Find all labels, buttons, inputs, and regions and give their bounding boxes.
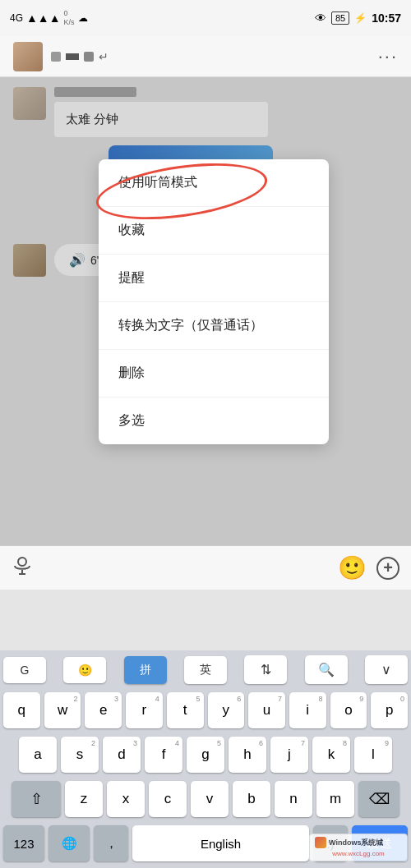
kb-key-n[interactable]: n (275, 781, 312, 817)
context-menu-item-multiselect[interactable]: 多选 (99, 397, 329, 444)
kb-key-p[interactable]: p0 (371, 692, 408, 728)
kb-key-t[interactable]: t5 (167, 692, 204, 728)
context-menu-item-convert[interactable]: 转换为文字（仅普通话） (99, 302, 329, 350)
emoji-button[interactable]: 🙂 (338, 554, 367, 581)
add-button[interactable]: + (376, 557, 399, 580)
time-display: 10:57 (372, 11, 401, 25)
keyboard-rows: q w2 e3 r4 t5 y6 u7 i8 o9 p0 a s2 d3 f4 … (0, 689, 411, 817)
battery-text: 85 (331, 11, 349, 25)
name-bar (66, 53, 79, 60)
kb-key-o[interactable]: o9 (330, 692, 367, 728)
status-left: 4G ▲▲▲ 0K/s ☁ (10, 9, 88, 27)
kb-globe-key[interactable]: 🌐 (48, 825, 90, 861)
kb-number-key[interactable]: 123 (3, 825, 44, 861)
kb-key-m[interactable]: m (316, 781, 354, 817)
extra-icon: ☁ (78, 12, 88, 24)
kb-key-k[interactable]: k8 (312, 737, 350, 773)
watermark: Windows系统城 www.wxcLgg.com (309, 834, 408, 861)
kb-key-c[interactable]: c (149, 781, 187, 817)
kb-key-l[interactable]: l9 (354, 737, 392, 773)
kb-key-english[interactable]: 英 (184, 656, 227, 684)
kb-shift-key[interactable]: ⇧ (12, 781, 61, 817)
voice-input-button[interactable] (12, 554, 33, 581)
kb-key-pinyin[interactable]: 拼 (124, 656, 167, 684)
svg-point-0 (18, 558, 26, 566)
avatar-small-2 (84, 52, 94, 62)
eye-icon: 👁 (315, 11, 326, 25)
contact-info: ↵ (51, 50, 109, 63)
kb-key-search[interactable]: 🔍 (305, 655, 348, 684)
header-left: ↵ (13, 42, 109, 71)
send-icon: ↵ (99, 50, 109, 63)
kb-key-q[interactable]: q (3, 692, 40, 728)
contact-avatar (13, 42, 43, 71)
kb-key-y[interactable]: y6 (208, 692, 245, 728)
charging-icon: ⚡ (354, 12, 367, 24)
kb-key-g[interactable]: g5 (187, 737, 224, 773)
keyboard-row-1: q w2 e3 r4 t5 y6 u7 i8 o9 p0 (3, 692, 408, 728)
kb-key-z[interactable]: z (65, 781, 103, 817)
chat-header: ↵ ··· (0, 36, 411, 77)
kb-key-f[interactable]: f4 (145, 737, 182, 773)
keyboard-top-row: G 🙂 拼 英 ⇅ 🔍 ∨ (0, 650, 411, 689)
plus-icon: + (383, 558, 393, 577)
kb-key-r[interactable]: r4 (126, 692, 163, 728)
kb-key-e[interactable]: e3 (85, 692, 122, 728)
context-menu-item-remind[interactable]: 提醒 (99, 255, 329, 302)
chat-area: 太难 分钟 📋 ↗ 小程序 🔊 6" (0, 77, 411, 545)
globe-icon: 🌐 (62, 836, 77, 851)
header-more-btn[interactable]: ··· (378, 46, 398, 67)
kb-key-b[interactable]: b (233, 781, 270, 817)
kb-key-v[interactable]: v (191, 781, 229, 817)
status-right: 👁 85 ⚡ 10:57 (315, 11, 401, 25)
kb-key-i[interactable]: i8 (289, 692, 326, 728)
avatar-small-1 (51, 52, 61, 62)
kb-backspace-key[interactable]: ⌫ (358, 781, 399, 817)
kb-key-a[interactable]: a (19, 737, 57, 773)
watermark-box: Windows系统城 www.wxcLgg.com (309, 834, 408, 861)
keyboard-row-2: a s2 d3 f4 g5 h6 j7 k8 l9 (3, 737, 408, 773)
watermark-logo-icon (315, 837, 326, 848)
kb-key-h[interactable]: h6 (229, 737, 266, 773)
kb-comma-key[interactable]: ， (94, 825, 128, 861)
kb-key-d[interactable]: d3 (103, 737, 141, 773)
input-toolbar: 🙂 + (0, 545, 411, 590)
watermark-logo: Windows系统城 (315, 837, 402, 848)
kb-key-s[interactable]: s2 (61, 737, 99, 773)
kb-key-switch[interactable]: ⇅ (244, 655, 287, 684)
kb-key-G[interactable]: G (3, 657, 46, 683)
kb-key-u[interactable]: u7 (248, 692, 285, 728)
context-menu-item-delete[interactable]: 删除 (99, 350, 329, 397)
kb-key-w[interactable]: w2 (44, 692, 81, 728)
wifi-icon: ▲▲▲ (26, 11, 61, 25)
signal-icon: 4G (10, 12, 23, 24)
keyboard-row-3: ⇧ z x c v b n m ⌫ (3, 781, 408, 817)
speed-text: 0K/s (64, 9, 75, 27)
kb-key-x[interactable]: x (107, 781, 145, 817)
kb-key-emoji[interactable]: 🙂 (63, 657, 106, 683)
kb-space-key[interactable]: English (132, 825, 309, 861)
status-bar: 4G ▲▲▲ 0K/s ☁ 👁 85 ⚡ 10:57 (0, 0, 411, 36)
kb-key-collapse[interactable]: ∨ (365, 655, 408, 684)
kb-key-j[interactable]: j7 (270, 737, 308, 773)
